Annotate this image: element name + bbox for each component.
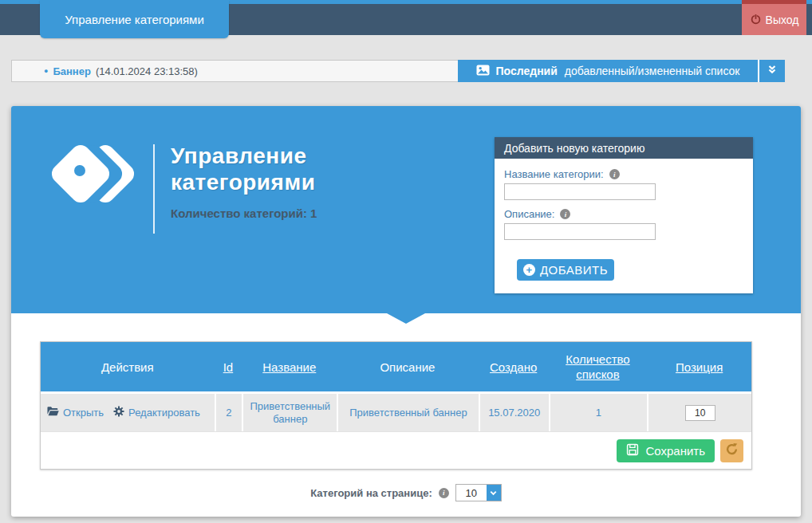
col-actions: Действия (41, 342, 214, 391)
category-management-panel: Управление категориями Количество катего… (11, 106, 801, 517)
category-description-input[interactable] (504, 223, 656, 240)
gear-icon (113, 406, 124, 420)
last-list-bold: Последний (496, 65, 558, 77)
logout-label: Выход (766, 14, 799, 26)
power-icon (750, 13, 762, 27)
name-cell: Приветственный баннер (242, 394, 337, 431)
tags-icon (57, 132, 161, 227)
vertical-divider (153, 144, 155, 234)
save-button-label: Сохранить (645, 444, 705, 458)
col-lists-count[interactable]: Количество списков (549, 342, 648, 391)
position-input[interactable] (685, 405, 715, 421)
refresh-button[interactable] (720, 439, 743, 462)
category-name-input[interactable] (504, 183, 656, 200)
per-page-select[interactable]: 10 (455, 484, 502, 501)
name-label: Название категории: (504, 168, 604, 180)
top-navigation-bar: Управление категориями Выход (0, 0, 812, 39)
collapse-button[interactable] (758, 60, 785, 82)
col-id[interactable]: Id (214, 342, 242, 391)
table-footer: Сохранить (41, 431, 751, 469)
banner-link[interactable]: Баннер (53, 65, 90, 77)
save-button[interactable]: Сохранить (617, 439, 715, 462)
bullet-icon: ● (44, 67, 48, 75)
categories-table: Действия Id Название Описание Создано Ко… (40, 341, 752, 470)
page-title: Управление категориями (171, 143, 315, 195)
add-category-form: Добавить новую категорию Название катего… (495, 137, 753, 293)
folder-open-icon (47, 406, 59, 419)
col-name[interactable]: Название (242, 342, 337, 391)
info-icon: i (560, 209, 570, 219)
tab-category-management[interactable]: Управление категориями (40, 0, 229, 38)
info-icon: i (439, 488, 449, 498)
info-icon: i (609, 169, 620, 179)
lists-count-cell: 1 (549, 394, 648, 431)
per-page-row: Категорий на странице: i 10 (11, 484, 801, 501)
description-label: Описание: (504, 208, 554, 220)
col-position[interactable]: Позиция (647, 342, 751, 391)
last-list-button[interactable]: Последний добавленный/измененный список (458, 60, 758, 82)
banner-timestamp: (14.01.2024 23:13:58) (96, 65, 198, 77)
tab-label: Управление категориями (65, 13, 204, 26)
logout-button[interactable]: Выход (742, 0, 806, 35)
last-list-bar: ● Баннер (14.01.2024 23:13:58) Последний… (11, 60, 785, 82)
form-title: Добавить новую категорию (495, 137, 753, 159)
col-created[interactable]: Создано (479, 342, 549, 391)
category-count: Количество категорий: 1 (171, 206, 317, 220)
per-page-value: 10 (456, 485, 487, 501)
table-row: Открыть (41, 391, 751, 431)
add-button[interactable]: + ДОБАВИТЬ (517, 259, 614, 281)
image-icon (476, 65, 490, 78)
last-list-rest: добавленный/измененный список (565, 65, 740, 77)
table-header-row: Действия Id Название Описание Создано Ко… (41, 342, 751, 391)
hero-header: Управление категориями Количество катего… (11, 106, 801, 313)
actions-cell: Открыть (41, 394, 215, 431)
refresh-icon (725, 442, 739, 458)
description-cell: Приветственный баннер (337, 394, 479, 431)
chevron-double-down-icon (767, 64, 778, 78)
per-page-label: Категорий на странице: (310, 487, 432, 499)
open-link[interactable]: Открыть (47, 406, 104, 419)
floppy-icon (626, 443, 639, 458)
add-button-label: ДОБАВИТЬ (540, 263, 608, 277)
chevron-down-icon (487, 485, 501, 501)
plus-circle-icon: + (523, 264, 535, 276)
edit-link[interactable]: Редактировать (113, 406, 200, 420)
created-cell: 15.07.2020 (479, 394, 549, 431)
col-description: Описание (337, 342, 479, 391)
position-cell (647, 394, 751, 431)
id-cell: 2 (215, 394, 242, 431)
panel-caret-down (387, 313, 425, 324)
last-list-info: ● Баннер (14.01.2024 23:13:58) (11, 60, 458, 82)
